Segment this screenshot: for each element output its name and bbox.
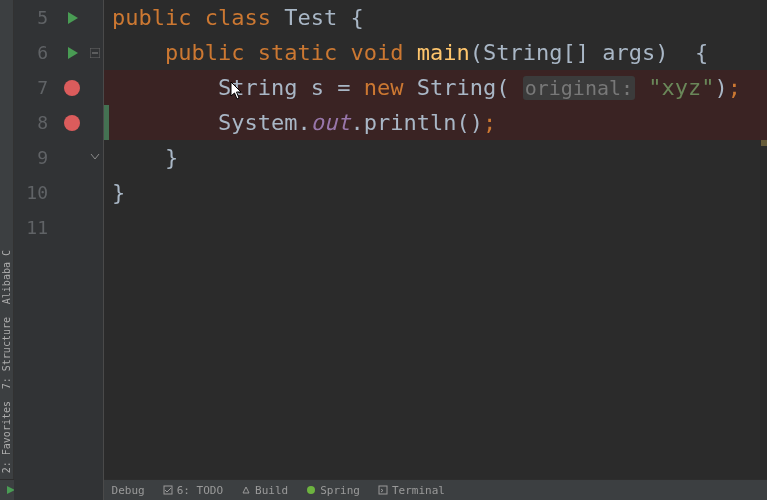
- gutter[interactable]: 7: [14, 70, 104, 105]
- parameter-hint: original:: [523, 76, 635, 100]
- code-text[interactable]: public static void main(String[] args) {: [104, 35, 767, 70]
- code-line: 5 public class Test {: [14, 0, 767, 35]
- code-editor[interactable]: 5 public class Test { 6 public stati: [14, 0, 767, 479]
- line-number: 6: [14, 35, 54, 70]
- code-line: 11: [14, 210, 767, 245]
- fold-end-icon[interactable]: [89, 152, 101, 164]
- toolwindow-label: Alibaba C: [1, 250, 12, 304]
- code-line: 8 System.out.println();: [14, 105, 767, 140]
- run-gutter-icon[interactable]: [68, 12, 78, 24]
- gutter[interactable]: 9: [14, 140, 104, 175]
- code-text[interactable]: public class Test {: [104, 0, 767, 35]
- gutter[interactable]: 8: [14, 105, 104, 140]
- editor-empty-area[interactable]: [14, 245, 767, 500]
- toolwindow-favorites-tab[interactable]: 2: Favorites: [1, 401, 12, 473]
- code-text[interactable]: String s = new String( original: "xyz");: [104, 70, 767, 105]
- line-number: 5: [14, 0, 54, 35]
- code-text[interactable]: }: [104, 140, 767, 175]
- code-line: 7 String s = new String( original: "xyz"…: [14, 70, 767, 105]
- line-number: 9: [14, 140, 54, 175]
- gutter[interactable]: 6: [14, 35, 104, 70]
- gutter[interactable]: 11: [14, 210, 104, 245]
- toolwindow-alibaba-tab[interactable]: Alibaba C: [1, 250, 12, 304]
- line-number: 7: [14, 70, 54, 105]
- code-line: 6 public static void main(String[] args)…: [14, 35, 767, 70]
- code-text[interactable]: System.out.println();: [104, 105, 767, 140]
- gutter[interactable]: 10: [14, 175, 104, 210]
- editor-lines: 5 public class Test { 6 public stati: [14, 0, 767, 500]
- toolwindow-label: 2: Favorites: [1, 401, 12, 473]
- left-toolwindow-strip: Alibaba C 7: Structure 2: Favorites: [0, 0, 14, 479]
- line-number: 8: [14, 105, 54, 140]
- fold-toggle-icon[interactable]: [89, 47, 101, 59]
- toolwindow-label: 7: Structure: [1, 317, 12, 389]
- breakpoint-icon[interactable]: [64, 115, 80, 131]
- breakpoint-icon[interactable]: [64, 80, 80, 96]
- line-number: 10: [14, 175, 54, 210]
- code-line: 9 }: [14, 140, 767, 175]
- gutter: [14, 245, 104, 500]
- line-number: 11: [14, 210, 54, 245]
- run-gutter-icon[interactable]: [68, 47, 78, 59]
- code-text[interactable]: [104, 210, 767, 245]
- code-line: 10 }: [14, 175, 767, 210]
- gutter[interactable]: 5: [14, 0, 104, 35]
- vcs-change-marker[interactable]: [104, 105, 109, 140]
- code-text[interactable]: [104, 245, 767, 500]
- toolwindow-structure-tab[interactable]: 7: Structure: [1, 317, 12, 389]
- code-text[interactable]: }: [104, 175, 767, 210]
